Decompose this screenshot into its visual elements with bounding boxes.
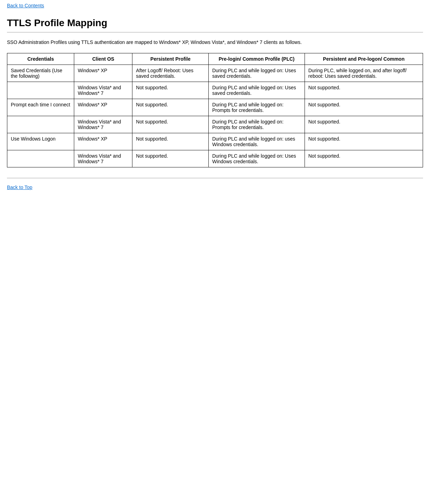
cell-persistent-profile: Not supported.	[132, 150, 209, 167]
cell-client-os: Windows* XP	[74, 133, 132, 150]
cell-persistent-and-pre: Not supported.	[305, 133, 423, 150]
cell-credentials	[7, 82, 74, 99]
page-title: TTLS Profile Mapping	[7, 17, 423, 29]
ttls-mapping-table: Credentials Client OS Persistent Profile…	[7, 53, 423, 167]
cell-client-os: Windows* XP	[74, 65, 132, 82]
table-row: Windows Vista* and Windows* 7Not support…	[7, 116, 423, 133]
cell-credentials: Use Windows Logon	[7, 133, 74, 150]
cell-persistent-and-pre: During PLC, while logged on, and after l…	[305, 65, 423, 82]
cell-persistent-profile: Not supported.	[132, 99, 209, 116]
header-persistent-and-pre: Persistent and Pre-logon/ Common	[305, 53, 423, 65]
back-to-top-link[interactable]: Back to Top	[7, 182, 423, 193]
header-credentials: Credentials	[7, 53, 74, 65]
table-row: Use Windows LogonWindows* XPNot supporte…	[7, 133, 423, 150]
cell-persistent-and-pre: Not supported.	[305, 99, 423, 116]
header-pre-login: Pre-login/ Common Profile (PLC)	[208, 53, 305, 65]
cell-persistent-profile: After Logoff/ Reboot: Uses saved credent…	[132, 65, 209, 82]
cell-persistent-and-pre: Not supported.	[305, 116, 423, 133]
back-to-contents-link[interactable]: Back to Contents	[7, 0, 423, 11]
cell-credentials	[7, 150, 74, 167]
intro-paragraph: SSO Administration Profiles using TTLS a…	[7, 39, 423, 46]
cell-client-os: Windows Vista* and Windows* 7	[74, 82, 132, 99]
cell-client-os: Windows Vista* and Windows* 7	[74, 150, 132, 167]
cell-pre-login: During PLC and while logged on: Prompts …	[208, 99, 305, 116]
cell-persistent-profile: Not supported.	[132, 82, 209, 99]
cell-credentials	[7, 116, 74, 133]
cell-pre-login: During PLC and while logged on: Prompts …	[208, 116, 305, 133]
header-persistent-profile: Persistent Profile	[132, 53, 209, 65]
cell-pre-login: During PLC and while logged on: uses Win…	[208, 133, 305, 150]
cell-persistent-and-pre: Not supported.	[305, 82, 423, 99]
cell-persistent-profile: Not supported.	[132, 116, 209, 133]
table-row: Windows Vista* and Windows* 7Not support…	[7, 82, 423, 99]
cell-client-os: Windows* XP	[74, 99, 132, 116]
table-row: Windows Vista* and Windows* 7Not support…	[7, 150, 423, 167]
table-row: Saved Credentials (Use the following)Win…	[7, 65, 423, 82]
header-client-os: Client OS	[74, 53, 132, 65]
table-row: Prompt each time I connectWindows* XPNot…	[7, 99, 423, 116]
cell-persistent-and-pre: Not supported.	[305, 150, 423, 167]
cell-pre-login: During PLC and while logged on: Uses sav…	[208, 65, 305, 82]
table-header-row: Credentials Client OS Persistent Profile…	[7, 53, 423, 65]
bottom-divider	[7, 178, 423, 178]
cell-client-os: Windows Vista* and Windows* 7	[74, 116, 132, 133]
cell-persistent-profile: Not supported.	[132, 133, 209, 150]
cell-pre-login: During PLC and while logged on: Uses sav…	[208, 82, 305, 99]
title-divider	[7, 32, 423, 32]
cell-credentials: Saved Credentials (Use the following)	[7, 65, 74, 82]
cell-pre-login: During PLC and while logged on: Uses Win…	[208, 150, 305, 167]
cell-credentials: Prompt each time I connect	[7, 99, 74, 116]
